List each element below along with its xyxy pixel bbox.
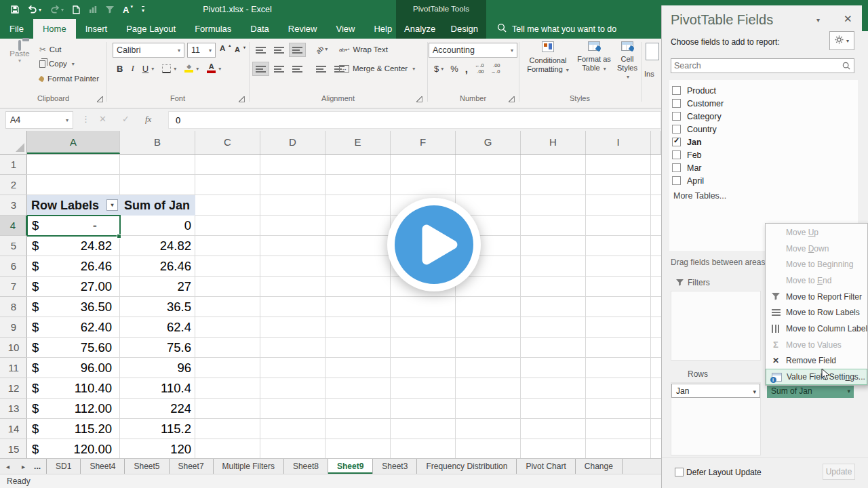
cell-b15[interactable]: 120 [120, 439, 195, 458]
menu-item-move-to-column-labels[interactable]: Move to Column Labels [766, 321, 867, 337]
row-header-3[interactable]: 3 [0, 195, 27, 216]
font-color-icon[interactable]: A [207, 64, 216, 73]
bold-button[interactable]: B [117, 64, 123, 74]
field-item-customer[interactable]: Customer [669, 98, 858, 109]
new-file-icon[interactable] [73, 5, 80, 14]
cell-b5[interactable]: 24.82 [120, 236, 195, 256]
values-field-sum-of-jan[interactable]: Sum of Jan▾ [767, 384, 854, 398]
row-header-9[interactable]: 9 [0, 317, 27, 338]
sheet-tab-frequency-distribution[interactable]: Frequency Distribution [417, 459, 517, 474]
name-box[interactable]: A4▾ [5, 111, 73, 129]
sheet-tab-sheet3[interactable]: Sheet3 [373, 459, 417, 474]
search-input[interactable] [674, 60, 837, 72]
sheet-tab-sheet8[interactable]: Sheet8 [284, 459, 328, 474]
more-tables-link[interactable]: More Tables... [673, 191, 726, 201]
cell-b10[interactable]: 75.6 [120, 338, 195, 358]
sheet-tab-sheet9[interactable]: Sheet9 [328, 459, 373, 474]
row-header-5[interactable]: 5 [0, 236, 27, 256]
sheet-tab-sd1[interactable]: SD1 [47, 459, 81, 474]
sheet-tab-change[interactable]: Change [576, 459, 623, 474]
increase-decimal-button[interactable]: ←.0.00 [475, 63, 484, 75]
fill-color-icon[interactable]: ◆ [184, 64, 193, 73]
menu-item-move-to-row-labels[interactable]: Move to Row Labels [766, 304, 867, 321]
font-size-select[interactable]: 11▾ [187, 43, 216, 58]
grow-font-button[interactable]: A▴ [220, 44, 231, 52]
cell-b8[interactable]: 36.5 [120, 297, 195, 317]
dialog-launcher-icon[interactable] [239, 96, 245, 102]
tab-view[interactable]: View [326, 19, 364, 39]
tab-data[interactable]: Data [241, 19, 278, 39]
cell-b4[interactable]: 0 [120, 216, 195, 236]
fill-handle[interactable] [117, 234, 121, 239]
undo-icon[interactable]: ▾ [28, 5, 41, 14]
field-checkbox-product[interactable] [672, 86, 681, 95]
cell-a7[interactable]: $27.00 [27, 277, 120, 297]
rows-field-jan[interactable]: Jan▾ [671, 384, 760, 398]
row-header-2[interactable]: 2 [0, 175, 27, 195]
field-item-april[interactable]: April [669, 175, 858, 186]
field-checkbox-category[interactable] [672, 112, 681, 121]
menu-item-value-field-settings[interactable]: iValue Field Settings... [766, 369, 867, 385]
sheet-tab-sheet4[interactable]: Sheet4 [81, 459, 125, 474]
cell-a13[interactable]: $112.00 [27, 399, 120, 419]
row-header-11[interactable]: 11 [0, 358, 27, 378]
tell-me-box[interactable]: Tell me what you want to do [497, 19, 616, 39]
align-right-button[interactable] [289, 62, 306, 76]
font-size-icon[interactable]: A▾ [123, 5, 133, 15]
filters-area-box[interactable] [671, 291, 761, 361]
cell-a15[interactable]: $120.00 [27, 439, 120, 458]
sheet-tab-pivot-chart[interactable]: Pivot Chart [517, 459, 575, 474]
tab-file[interactable]: File [0, 19, 33, 39]
row-header-12[interactable]: 12 [0, 378, 27, 399]
cell-a5[interactable]: $24.82 [27, 236, 120, 256]
wrap-text-button[interactable]: ab↩Wrap Text [339, 45, 388, 54]
cell-a3[interactable]: Row Labels▾ [27, 195, 120, 216]
close-icon[interactable]: ✕ [844, 13, 852, 25]
sheet-tab-sheet5[interactable]: Sheet5 [125, 459, 169, 474]
select-all-corner[interactable] [0, 131, 27, 154]
sheet-grid[interactable]: Row Labels▾Sum of Jan$-0$24.8224.82$26.4… [27, 155, 661, 458]
tab-page-layout[interactable]: Page Layout [117, 19, 185, 39]
italic-button[interactable]: I [131, 63, 134, 74]
chevron-down-icon[interactable]: ▾ [39, 7, 41, 13]
field-checkbox-feb[interactable] [672, 150, 681, 159]
cell-b3[interactable]: Sum of Jan [120, 195, 195, 216]
sheet-overflow-button[interactable]: ... [31, 459, 47, 474]
align-bottom-button[interactable] [289, 43, 306, 57]
format-as-table-button[interactable]: Format as Table ▾ [575, 41, 613, 72]
prev-sheet-button[interactable]: ◂ [0, 459, 16, 474]
tools-dropdown-button[interactable]: ▾ [829, 31, 854, 50]
shrink-font-button[interactable]: A▾ [235, 45, 245, 54]
field-checkbox-april[interactable] [672, 176, 681, 185]
cell-b6[interactable]: 26.46 [120, 256, 195, 277]
row-header-15[interactable]: 15 [0, 439, 27, 460]
row-header-1[interactable]: 1 [0, 155, 27, 175]
underline-button[interactable]: U [142, 64, 149, 74]
conditional-formatting-button[interactable]: Conditional Formatting ▾ [522, 41, 574, 73]
column-header-partial[interactable] [651, 131, 661, 154]
tab-formulas[interactable]: Formulas [185, 19, 241, 39]
percent-style-button[interactable]: % [450, 64, 458, 74]
drag-handle-icon[interactable]: ⋮ [81, 114, 90, 124]
field-item-feb[interactable]: Feb [669, 149, 858, 161]
field-checkbox-jan[interactable] [672, 138, 681, 146]
field-checkbox-country[interactable] [672, 125, 681, 134]
column-header-b[interactable]: B [120, 131, 195, 154]
accounting-format-button[interactable]: $ [434, 64, 439, 74]
cell-b12[interactable]: 110.4 [120, 378, 195, 399]
cell-a10[interactable]: $75.60 [27, 338, 120, 358]
field-checkbox-mar[interactable] [672, 163, 681, 172]
row-header-10[interactable]: 10 [0, 338, 27, 358]
column-header-d[interactable]: D [260, 131, 326, 154]
cell-b7[interactable]: 27 [120, 277, 195, 297]
field-item-product[interactable]: Product [669, 85, 858, 96]
menu-item-remove-field[interactable]: ✕Remove Field [766, 353, 867, 369]
cell-a8[interactable]: $36.50 [27, 297, 120, 317]
row-header-13[interactable]: 13 [0, 399, 27, 419]
menu-item-move-to-report-filter[interactable]: Move to Report Filter [766, 289, 867, 305]
comma-style-button[interactable]: , [465, 63, 468, 75]
borders-icon[interactable] [162, 64, 171, 73]
cell-b13[interactable]: 224 [120, 399, 195, 419]
format-painter-button[interactable]: Format Painter [39, 75, 99, 83]
customize-qat-icon[interactable]: ▾ [142, 6, 144, 14]
